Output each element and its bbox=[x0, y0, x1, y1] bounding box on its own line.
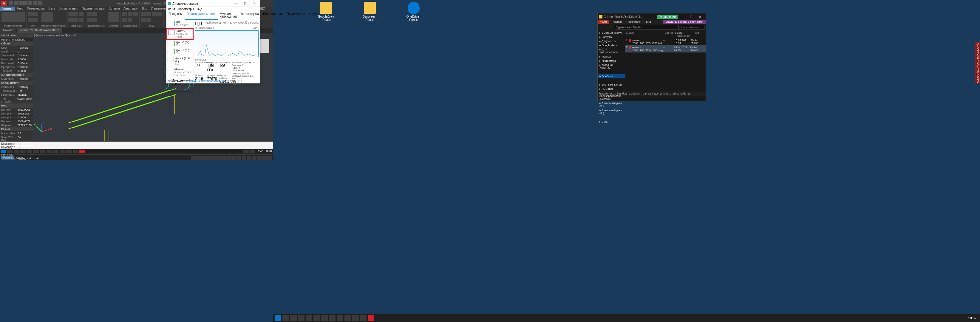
explorer-window[interactable]: C:\Users\tbk-8\OneDrive\11... Управление… bbox=[597, 13, 706, 102]
task-manager-window[interactable]: Диспетчер задач — ☐ ✕ Файл Параметры Вид… bbox=[166, 0, 260, 84]
lang-indicator[interactable]: РУС bbox=[256, 150, 264, 153]
tree-item[interactable] bbox=[598, 116, 625, 119]
prop-row[interactable]: Простран...Модель bbox=[0, 93, 33, 97]
tab-file[interactable]: мангал 2800+700х470х1880* bbox=[17, 28, 62, 33]
prop-row[interactable]: Тип линийПоСлою bbox=[0, 53, 33, 57]
prop-row[interactable]: Центр Z0.0000 bbox=[0, 116, 33, 119]
desktop-icon[interactable]: OneDrive - Ярлык bbox=[405, 2, 423, 21]
stat-btn[interactable] bbox=[191, 155, 196, 160]
rib-btn[interactable] bbox=[13, 12, 25, 22]
prop-row[interactable]: Масштаб а...1:1 bbox=[0, 131, 33, 135]
model-tab[interactable]: Модель bbox=[1, 156, 14, 160]
minimize-button[interactable]: — bbox=[678, 15, 687, 19]
layer-manager-tab[interactable]: ДИСПЕТЧЕР СВОЙСТВ СЛОЕВ bbox=[975, 42, 980, 84]
qat-btn[interactable] bbox=[19, 1, 23, 5]
tm-sidebar-item[interactable]: Диск 2 (E: F: G:)0% bbox=[166, 56, 194, 67]
prop-row[interactable]: МатериалПоСлою bbox=[0, 77, 33, 81]
acad-logo[interactable]: A bbox=[1, 1, 6, 6]
tree-item[interactable]: ▸ Мангал bbox=[598, 55, 625, 59]
rib-btn[interactable] bbox=[28, 12, 33, 16]
prop-row[interactable]: Таблица ст...Нет bbox=[0, 89, 33, 93]
qat-btn[interactable] bbox=[33, 1, 37, 5]
qat-btn[interactable] bbox=[9, 1, 13, 5]
prop-row[interactable]: Слой0 bbox=[0, 49, 33, 53]
tm-sidebar-item[interactable]: EthernetEthernet О: 24,0 П: 0 кбит/с bbox=[166, 67, 194, 78]
qat-btn[interactable] bbox=[38, 1, 42, 5]
rib-btn[interactable] bbox=[41, 12, 53, 22]
file-row[interactable]: ☐мангал 2800+700х470х1880.dwg○15.04.2021… bbox=[625, 45, 706, 52]
tab[interactable]: Вид bbox=[140, 6, 149, 11]
tb-btn[interactable] bbox=[7, 150, 13, 153]
rib-btn[interactable] bbox=[33, 12, 38, 16]
resource-monitor-link[interactable]: ⊙ Открыть монитор ресурсов bbox=[185, 79, 226, 82]
tree-item[interactable]: ▸ Локальный диск (F:) bbox=[598, 101, 625, 108]
prop-row[interactable]: Прозрачно...ПоСлою bbox=[0, 65, 33, 69]
qat-btn[interactable] bbox=[14, 1, 18, 5]
prop-row[interactable]: Знак ПСК ВклДа bbox=[0, 135, 33, 142]
tree-item[interactable]: ▸ складная 750х1350 bbox=[598, 63, 625, 70]
prop-row[interactable]: Толщина0.0000 bbox=[0, 69, 33, 73]
tm-sidebar-item[interactable]: Память7,1/15,9 ГБ (45%) bbox=[166, 28, 194, 40]
tm-sidebar-item[interactable]: Диск 1 (C:)0% bbox=[166, 48, 194, 56]
tm-sidebar-item[interactable]: Диск 0 (D:)0% bbox=[166, 40, 194, 48]
prop-row[interactable]: Тип стилей...Недоступно bbox=[0, 97, 33, 103]
prop-row[interactable]: Центр Y794.8342 bbox=[0, 111, 33, 116]
tm-tabs: Процессы Производительность Журнал прило… bbox=[166, 11, 260, 20]
minimize-button[interactable]: — bbox=[232, 2, 241, 5]
file-row[interactable]: ☐мангал 2800+700х470х1880.bak○15.04.2021… bbox=[625, 38, 706, 45]
less-button[interactable]: ⊖ Меньше bbox=[168, 79, 183, 82]
close-icon[interactable]: × bbox=[30, 34, 32, 37]
tree-item[interactable] bbox=[598, 70, 625, 74]
rib-btn[interactable] bbox=[2, 12, 13, 22]
close-button[interactable]: ✕ bbox=[250, 2, 259, 5]
tab-main[interactable]: Главная bbox=[0, 6, 15, 11]
tree-item[interactable]: ▸ Этот компьютер bbox=[598, 82, 625, 87]
clock[interactable]: 10:37 bbox=[966, 316, 979, 320]
folder-icon bbox=[599, 15, 603, 19]
prop-row[interactable]: Вес линийПоСлою bbox=[0, 61, 33, 65]
qat-btn[interactable] bbox=[23, 1, 27, 5]
taskbar-m1[interactable]: РУС 10:37 bbox=[0, 149, 273, 154]
tree-item[interactable] bbox=[598, 78, 625, 82]
prop-row[interactable]: Высота4308.6077 bbox=[0, 119, 33, 123]
tab[interactable]: Поверхность bbox=[25, 6, 46, 11]
prop-row[interactable]: Ширина27729.5138 bbox=[0, 123, 33, 127]
search-input[interactable] bbox=[678, 25, 705, 30]
qat-btn[interactable] bbox=[28, 1, 32, 5]
prop-row[interactable]: Центр X5011.9966 bbox=[0, 108, 33, 111]
maximize-button[interactable]: ☐ bbox=[687, 15, 695, 19]
clock[interactable]: 10:37 bbox=[266, 150, 272, 153]
tab[interactable]: Визуализация bbox=[57, 6, 80, 11]
tab[interactable]: Тело bbox=[15, 6, 25, 11]
prop-row[interactable]: Масштаб т...1.0000 bbox=[0, 57, 33, 61]
prop-row[interactable]: ЦветПоСлою bbox=[0, 46, 33, 49]
desktop-icon[interactable]: Загрузки - Ярлык bbox=[361, 2, 379, 21]
tree-item[interactable]: ▸ HDD (D:) bbox=[598, 87, 625, 91]
tree-item[interactable]: ▸ Документы bbox=[598, 39, 625, 43]
tab[interactable]: Параметризация bbox=[80, 6, 107, 11]
prop-row[interactable]: Стиль печ...ПоЦвету bbox=[0, 85, 33, 89]
tree-item[interactable]: ▸ Быстрый доступ bbox=[598, 31, 625, 35]
taskbar-m2[interactable]: 10:37 bbox=[273, 314, 980, 322]
tree-item[interactable]: ▸ Загрузки bbox=[598, 35, 625, 39]
desktop-icon[interactable]: GoogleДиск - Ярлык bbox=[317, 2, 335, 21]
tab-start[interactable]: Начало bbox=[0, 28, 16, 33]
tree-item[interactable]: ▸ Google Диск bbox=[598, 43, 625, 48]
tree-item[interactable]: ▸ ДЛЯ ТРЕНАЖЕРОВ bbox=[598, 48, 625, 55]
tab[interactable]: Вставка bbox=[107, 6, 122, 11]
tab[interactable]: Сеть bbox=[46, 6, 57, 11]
tree-item[interactable]: ▸ программы bbox=[598, 59, 625, 63]
start-button[interactable] bbox=[1, 150, 6, 153]
tab[interactable]: Аннотации bbox=[122, 6, 140, 11]
close-button[interactable]: ✕ bbox=[695, 15, 705, 19]
tree-item[interactable]: ▸ OneDrive bbox=[598, 74, 625, 78]
address-bar[interactable]: Единичные › Мангал bbox=[615, 25, 677, 30]
maximize-button[interactable]: ☐ bbox=[241, 2, 250, 5]
start-button[interactable] bbox=[275, 315, 281, 321]
back-button[interactable]: ← bbox=[599, 25, 603, 30]
tree-item[interactable]: ▸ Сеть bbox=[598, 119, 625, 124]
tree-item[interactable]: ▸ Локальный диск (G:) bbox=[598, 108, 625, 116]
up-button[interactable]: ↑ bbox=[609, 25, 614, 30]
forward-button[interactable]: → bbox=[604, 25, 608, 30]
tm-sidebar-item[interactable]: ЦП1% 1,59 ГГц bbox=[166, 20, 194, 28]
